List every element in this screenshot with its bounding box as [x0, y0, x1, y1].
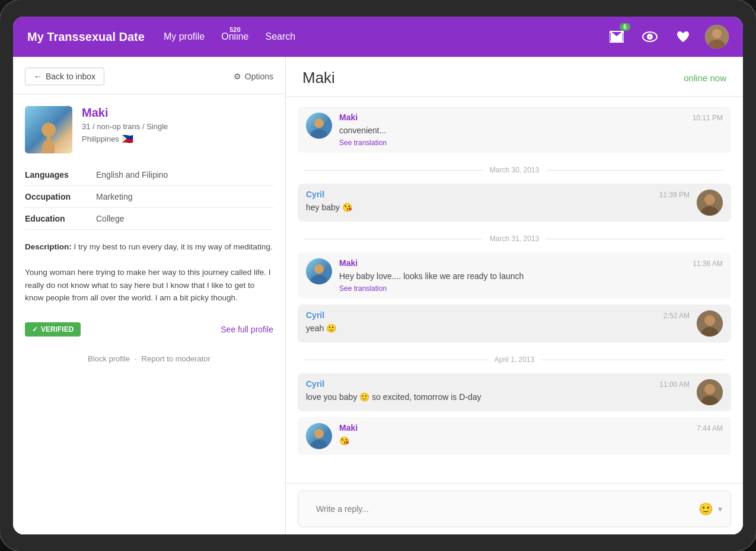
- date-divider: March 31, 2013: [298, 228, 731, 250]
- profile-country: Philippines: [82, 134, 119, 143]
- msg-time: 11:00 AM: [659, 380, 690, 389]
- block-profile-link[interactable]: Block profile: [88, 354, 130, 363]
- detail-row-education: Education College: [25, 208, 273, 230]
- separator: ·: [135, 354, 137, 363]
- msg-header: Maki11:36 AM: [339, 258, 723, 268]
- msg-text: Hey baby love.... looks like we are read…: [339, 270, 723, 283]
- main-content: ← Back to inbox ⚙ Options: [13, 57, 743, 534]
- msg-content: Maki11:36 AMHey baby love.... looks like…: [339, 258, 723, 293]
- cyril-avatar[interactable]: [697, 190, 723, 216]
- profile-image: [25, 106, 72, 153]
- profile-name[interactable]: Maki: [82, 106, 273, 120]
- sidebar: ← Back to inbox ⚙ Options: [13, 57, 286, 534]
- nav-links: My profile Online 520 Search: [164, 31, 605, 42]
- msg-text: hey baby 😘: [306, 201, 690, 214]
- msg-text: yeah 🙂: [306, 322, 690, 335]
- cyril-avatar[interactable]: [697, 310, 723, 337]
- nav-link-online[interactable]: Online 520: [221, 31, 248, 42]
- msg-sender-name[interactable]: Maki: [339, 258, 358, 268]
- msg-header: Maki7:44 AM: [339, 423, 723, 433]
- inbox-badge: 6: [620, 23, 630, 31]
- message-bubble: Maki11:36 AMHey baby love.... looks like…: [298, 252, 731, 299]
- svg-point-9: [42, 123, 56, 137]
- message-bubble: Maki10:11 PMconvenient...See translation: [298, 107, 731, 153]
- education-label: Education: [25, 208, 96, 230]
- msg-content: Maki10:11 PMconvenient...See translation: [339, 113, 723, 147]
- reply-actions: 🙂 ▾: [698, 502, 722, 516]
- profile-location: Philippines 🇵🇭: [82, 133, 273, 145]
- cyril-avatar[interactable]: [697, 379, 723, 405]
- description-label: Description:: [25, 242, 72, 251]
- user-avatar-icon: [705, 25, 729, 49]
- nav-brand[interactable]: My Transsexual Date: [27, 30, 145, 44]
- verified-badge: ✓ VERIFIED: [25, 322, 81, 337]
- maki-avatar[interactable]: [306, 423, 332, 449]
- msg-translation-link[interactable]: See translation: [339, 139, 723, 147]
- svg-point-15: [314, 118, 324, 128]
- profile-info: Maki 31 / non-op trans / Single Philippi…: [82, 106, 273, 145]
- chat-title: Maki: [302, 69, 335, 87]
- msg-time: 7:44 AM: [697, 424, 723, 433]
- date-divider: March 30, 2013: [298, 159, 731, 181]
- msg-time: 11:39 PM: [659, 191, 690, 199]
- message-bubble: Cyril11:00 AMlove you baby 🙂 so excited,…: [298, 373, 731, 411]
- envelope-icon: [610, 30, 624, 43]
- nav-inbox-button[interactable]: 6: [605, 25, 628, 48]
- detail-table: Languages English and Filipino Occupatio…: [25, 164, 273, 230]
- msg-text: 😘: [339, 435, 723, 447]
- nav-link-my-profile[interactable]: My profile: [164, 31, 205, 42]
- profile-age: 31: [82, 122, 90, 131]
- profile-details: Languages English and Filipino Occupatio…: [13, 153, 285, 241]
- back-to-inbox-button[interactable]: ← Back to inbox: [25, 68, 104, 85]
- message-bubble: Cyril11:39 PMhey baby 😘: [298, 184, 731, 222]
- msg-sender-name[interactable]: Maki: [339, 113, 358, 122]
- navbar: My Transsexual Date My profile Online 52…: [13, 17, 743, 57]
- reply-input[interactable]: [307, 497, 698, 521]
- profile-thumbnail[interactable]: [25, 106, 72, 153]
- reply-input-wrapper[interactable]: 🙂 ▾: [298, 491, 731, 527]
- see-full-profile-link[interactable]: See full profile: [221, 325, 273, 334]
- msg-translation-link[interactable]: See translation: [339, 284, 723, 293]
- svg-point-18: [704, 194, 715, 205]
- msg-time: 2:52 AM: [664, 312, 690, 320]
- msg-text: love you baby 🙂 so excited, tomorrow is …: [306, 391, 690, 403]
- occupation-value: Marketing: [96, 186, 273, 208]
- msg-sender-name[interactable]: Cyril: [306, 310, 324, 320]
- messages-container[interactable]: Maki10:11 PMconvenient...See translation…: [286, 97, 743, 483]
- msg-sender-name[interactable]: Maki: [339, 423, 358, 433]
- nav-icons: 6: [605, 25, 729, 49]
- report-moderator-link[interactable]: Report to moderator: [142, 354, 210, 363]
- maki-avatar[interactable]: [306, 113, 332, 139]
- svg-point-5: [712, 29, 722, 39]
- msg-sender-name[interactable]: Cyril: [306, 190, 324, 199]
- msg-content: Maki7:44 AM😘: [339, 423, 723, 447]
- flag-icon: 🇵🇭: [122, 133, 133, 145]
- education-value: College: [96, 208, 273, 230]
- maki-avatar[interactable]: [306, 258, 332, 284]
- reply-area: 🙂 ▾: [286, 483, 743, 534]
- detail-row-occupation: Occupation Marketing: [25, 186, 273, 208]
- block-report-section: Block profile · Report to moderator: [13, 345, 285, 373]
- nav-favorites-button[interactable]: [672, 25, 694, 48]
- verified-label: VERIFIED: [41, 325, 74, 334]
- msg-time: 10:11 PM: [693, 114, 723, 122]
- nav-views-button[interactable]: [639, 25, 661, 48]
- profile-actions: ✓ VERIFIED See full profile: [13, 314, 285, 345]
- nav-user-avatar[interactable]: [705, 25, 729, 49]
- gear-icon: ⚙: [234, 72, 241, 81]
- dropdown-icon[interactable]: ▾: [718, 504, 722, 514]
- nav-link-search[interactable]: Search: [265, 31, 295, 42]
- svg-point-24: [704, 315, 715, 326]
- chat-header: Maki online now: [286, 57, 743, 97]
- svg-point-27: [704, 384, 715, 395]
- sidebar-header: ← Back to inbox ⚙ Options: [13, 57, 285, 94]
- description-text-2: Young woman here trying to make her way …: [25, 268, 270, 302]
- profile-description: Description: I try my best to run every …: [13, 241, 285, 314]
- profile-meta: 31 / non-op trans / Single: [82, 122, 273, 131]
- chat-area: Maki online now Maki10:11 PMconvenient..…: [286, 57, 743, 534]
- heart-icon: [676, 30, 690, 43]
- msg-content: Cyril11:00 AMlove you baby 🙂 so excited,…: [306, 379, 690, 403]
- emoji-button[interactable]: 🙂: [698, 502, 713, 516]
- msg-sender-name[interactable]: Cyril: [306, 379, 324, 389]
- options-button[interactable]: ⚙ Options: [234, 72, 273, 81]
